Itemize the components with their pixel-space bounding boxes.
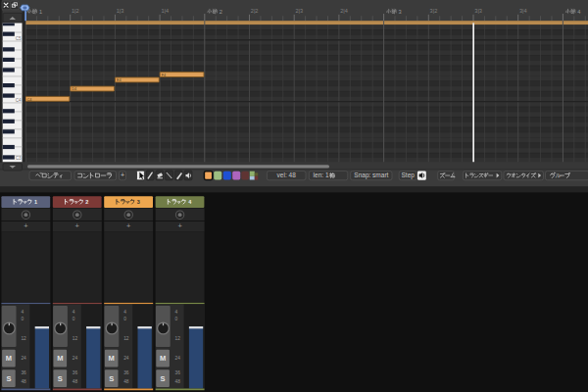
svg-text:C3: C3 xyxy=(16,156,22,161)
svg-text:0: 0 xyxy=(73,317,75,321)
svg-text:1|3: 1|3 xyxy=(117,8,124,14)
svg-text:0: 0 xyxy=(175,317,178,321)
svg-text:2: 2 xyxy=(220,9,222,15)
svg-text:3|2: 3|2 xyxy=(430,8,438,14)
svg-text:12: 12 xyxy=(21,336,26,341)
svg-text:4: 4 xyxy=(21,310,24,315)
svg-text:24: 24 xyxy=(21,356,26,361)
svg-text:S: S xyxy=(58,374,63,383)
svg-text:D4: D4 xyxy=(72,87,76,91)
svg-text:48: 48 xyxy=(123,379,129,384)
svg-text:1: 1 xyxy=(39,9,42,15)
svg-text:24: 24 xyxy=(123,356,129,361)
svg-text:Snap: smart: Snap: smart xyxy=(354,172,388,179)
svg-text:len: 1: len: 1 xyxy=(314,172,329,178)
svg-text:C5: C5 xyxy=(16,36,22,41)
svg-text:24: 24 xyxy=(73,356,78,361)
svg-text:E4: E4 xyxy=(117,78,122,82)
svg-text:M: M xyxy=(160,354,166,363)
svg-text:1|2: 1|2 xyxy=(72,8,79,14)
svg-text:48: 48 xyxy=(175,379,181,384)
svg-text:48: 48 xyxy=(73,379,78,384)
svg-text:36: 36 xyxy=(123,370,129,375)
svg-text:2: 2 xyxy=(85,199,88,205)
svg-text:+: + xyxy=(121,172,124,178)
svg-text:4: 4 xyxy=(73,310,75,315)
svg-text:4: 4 xyxy=(175,310,178,315)
svg-text:4: 4 xyxy=(123,310,126,315)
svg-text:12: 12 xyxy=(123,336,129,341)
svg-text:12: 12 xyxy=(175,336,181,341)
svg-text:2|3: 2|3 xyxy=(296,8,304,14)
svg-text:12: 12 xyxy=(73,336,78,341)
svg-text:S: S xyxy=(161,374,166,383)
svg-text:24: 24 xyxy=(175,356,181,361)
svg-text:2|4: 2|4 xyxy=(340,8,348,14)
svg-text:M: M xyxy=(6,354,12,363)
svg-text:+: + xyxy=(75,221,80,230)
svg-text:+: + xyxy=(24,221,28,230)
svg-text:M: M xyxy=(109,354,115,363)
svg-text:S: S xyxy=(109,374,114,383)
svg-text:3|4: 3|4 xyxy=(519,8,527,14)
svg-text:C4: C4 xyxy=(27,98,32,102)
svg-text:vel: 48: vel: 48 xyxy=(277,172,297,178)
svg-text:1|4: 1|4 xyxy=(161,8,169,14)
svg-text:0: 0 xyxy=(123,317,126,321)
svg-text:48: 48 xyxy=(21,379,26,384)
svg-text:+: + xyxy=(126,221,131,230)
svg-text:S: S xyxy=(6,374,11,383)
svg-text:1: 1 xyxy=(34,199,37,205)
svg-text:M: M xyxy=(57,354,63,363)
svg-text:Step: Step xyxy=(402,172,416,179)
svg-text:2|2: 2|2 xyxy=(251,8,259,14)
svg-text:+: + xyxy=(177,221,182,230)
svg-text:3: 3 xyxy=(137,199,140,205)
svg-text:3|3: 3|3 xyxy=(474,8,482,14)
svg-text:36: 36 xyxy=(21,370,26,375)
svg-text:F4: F4 xyxy=(162,74,166,77)
svg-text:C4: C4 xyxy=(16,98,22,103)
svg-text:4: 4 xyxy=(577,9,580,15)
svg-text:36: 36 xyxy=(73,370,78,375)
svg-text:3: 3 xyxy=(399,9,402,15)
svg-text:36: 36 xyxy=(175,370,181,375)
svg-text:0: 0 xyxy=(21,317,24,321)
